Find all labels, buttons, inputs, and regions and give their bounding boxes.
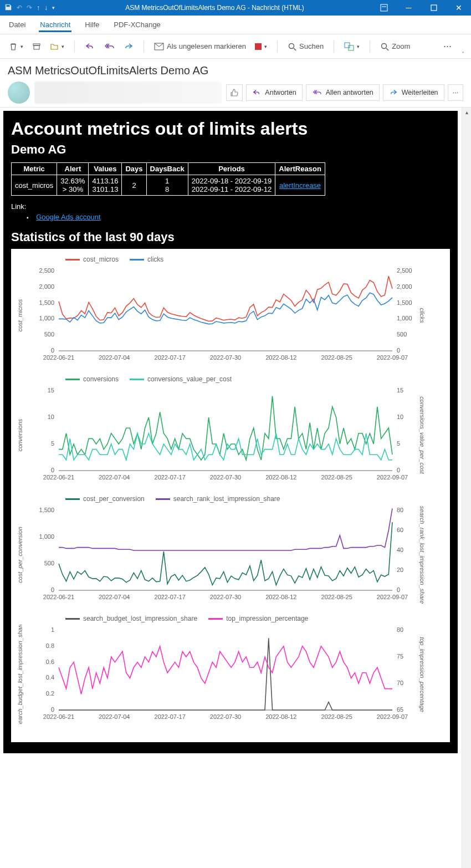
svg-text:2022-07-17: 2022-07-17 — [155, 713, 186, 720]
th-metric: Metric — [12, 163, 57, 175]
window-titlebar: ↶ ↷ ↑ ↓ ▾ ASM MetricsOutOfLimitsAlerts D… — [0, 0, 471, 16]
cell-reason: alertIncrease — [275, 175, 325, 196]
qat-more-icon[interactable]: ▾ — [52, 5, 54, 11]
maximize-button[interactable] — [421, 0, 446, 16]
svg-rect-0 — [381, 4, 387, 11]
reply-icon[interactable] — [83, 40, 97, 53]
svg-text:1,000: 1,000 — [39, 315, 54, 321]
svg-text:clicks: clicks — [419, 308, 426, 323]
svg-text:2,000: 2,000 — [39, 283, 54, 290]
svg-text:2022-07-30: 2022-07-30 — [210, 594, 241, 600]
undo-icon[interactable]: ↶ — [17, 4, 22, 12]
vertical-scrollbar[interactable]: ▴ ▾ — [462, 108, 471, 868]
translate-button[interactable]: ▾ — [342, 40, 362, 53]
flag-button[interactable]: ▾ — [253, 42, 269, 52]
svg-text:500: 500 — [397, 331, 407, 338]
list-item: Google Ads account — [27, 213, 450, 221]
svg-text:2022-07-17: 2022-07-17 — [155, 594, 186, 600]
th-daysback: DaysBack — [146, 163, 188, 175]
toolbar: ▾ ▾ Als ungelesen markieren ▾ — [0, 34, 471, 59]
minimize-button[interactable]: ─ — [396, 0, 421, 16]
svg-text:60: 60 — [397, 527, 403, 533]
svg-text:15: 15 — [48, 387, 54, 394]
svg-text:search_rank_lost_impression_sh: search_rank_lost_impression_share — [419, 506, 426, 604]
mark-unread-button[interactable]: Als ungelesen markieren — [152, 40, 248, 52]
svg-text:2022-06-21: 2022-06-21 — [43, 594, 74, 600]
tab-file[interactable]: Datei — [8, 17, 27, 32]
svg-text:500: 500 — [44, 331, 54, 338]
table-row: cost_micros 32.63% > 30% 4113.16 3101.13… — [12, 175, 325, 196]
table-header-row: Metric Alert Values Days DaysBack Period… — [12, 163, 325, 175]
svg-text:2022-07-04: 2022-07-04 — [99, 594, 130, 600]
forward-button[interactable]: Weiterleiten — [383, 84, 444, 101]
svg-text:2022-09-07: 2022-09-07 — [377, 354, 408, 361]
message-subject: ASM MetricsOutOfLimitsAlerts Demo AG — [8, 64, 463, 77]
svg-text:2022-07-17: 2022-07-17 — [155, 354, 186, 361]
chart-block: cost_microsclicks 05001,0001,5002,0002,5… — [16, 256, 446, 365]
svg-rect-1 — [431, 5, 437, 11]
tab-help[interactable]: Hilfe — [84, 17, 100, 32]
move-button[interactable]: ▾ — [48, 40, 66, 53]
delete-button[interactable]: ▾ — [7, 40, 25, 53]
svg-text:1,000: 1,000 — [397, 315, 412, 321]
svg-text:2022-08-25: 2022-08-25 — [321, 594, 352, 600]
th-values: Values — [89, 163, 122, 175]
message-header: ASM MetricsOutOfLimitsAlerts Demo AG Ant… — [0, 59, 471, 107]
svg-text:cost_micros: cost_micros — [17, 299, 23, 331]
svg-text:0.2: 0.2 — [46, 690, 54, 697]
cell-daysback: 1 8 — [146, 175, 188, 196]
svg-text:2022-08-25: 2022-08-25 — [321, 713, 352, 720]
chart: 05001,0001,5000204060802022-06-212022-07… — [16, 505, 426, 605]
svg-text:cost_per_conversion: cost_per_conversion — [17, 527, 23, 583]
svg-text:1,500: 1,500 — [39, 299, 54, 306]
google-ads-link[interactable]: Google Ads account — [36, 213, 100, 221]
svg-text:5: 5 — [51, 440, 54, 447]
svg-text:top_impression_percentage: top_impression_percentage — [419, 637, 426, 712]
th-alert: Alert — [57, 163, 89, 175]
scroll-up-icon[interactable]: ▴ — [462, 108, 471, 117]
svg-text:80: 80 — [397, 626, 403, 633]
svg-text:2022-09-07: 2022-09-07 — [377, 713, 408, 720]
alert-reason-link[interactable]: alertIncrease — [279, 181, 321, 190]
svg-text:0.8: 0.8 — [46, 642, 54, 649]
reply-all-button[interactable]: Allen antworten — [306, 84, 380, 101]
svg-text:1: 1 — [51, 626, 54, 633]
zoom-button[interactable]: Zoom — [378, 40, 412, 53]
reply-button[interactable]: Antworten — [246, 84, 302, 101]
stats-title: Statistics of the last 90 days — [11, 230, 450, 244]
svg-text:0: 0 — [397, 347, 400, 354]
th-alertreason: AlertReason — [275, 163, 325, 175]
svg-text:2022-09-07: 2022-09-07 — [377, 594, 408, 600]
svg-point-8 — [382, 43, 387, 48]
reply-all-icon[interactable] — [101, 40, 117, 53]
tab-pdfxchange[interactable]: PDF-XChange — [112, 17, 162, 32]
send-down-icon[interactable]: ↓ — [44, 4, 48, 12]
ribbon-options-icon[interactable] — [371, 0, 396, 16]
svg-text:2,000: 2,000 — [397, 283, 412, 290]
svg-text:0: 0 — [51, 467, 54, 473]
mark-unread-label: Als ungelesen markieren — [167, 42, 246, 50]
search-button[interactable]: Suchen — [285, 40, 326, 53]
svg-text:0: 0 — [51, 347, 54, 354]
like-button[interactable] — [226, 84, 243, 101]
svg-text:2022-06-21: 2022-06-21 — [43, 713, 74, 720]
save-icon[interactable] — [4, 3, 12, 13]
svg-text:2022-07-30: 2022-07-30 — [210, 354, 241, 361]
svg-text:15: 15 — [397, 387, 403, 394]
header-more-button[interactable]: ··· — [448, 84, 463, 101]
sender-avatar — [8, 81, 30, 104]
svg-text:2,500: 2,500 — [397, 267, 412, 274]
charts-container: cost_microsclicks 05001,0001,5002,0002,5… — [11, 249, 450, 742]
send-up-icon[interactable]: ↑ — [37, 4, 40, 12]
archive-button[interactable] — [30, 40, 43, 53]
email-content: Account metrics out of limits alerts Dem… — [3, 111, 458, 753]
close-button[interactable]: ✕ — [446, 0, 471, 16]
toolbar-more-icon[interactable]: ··· — [439, 40, 456, 52]
forward-icon[interactable] — [121, 40, 136, 53]
cell-days: 2 — [122, 175, 146, 196]
redo-icon[interactable]: ↷ — [27, 4, 32, 12]
tab-message[interactable]: Nachricht — [39, 17, 71, 32]
cell-periods: 2022-09-18 - 2022-09-19 2022-09-11 - 202… — [188, 175, 275, 196]
ribbon-collapse-icon[interactable]: ˅ — [462, 51, 464, 58]
svg-text:10: 10 — [48, 413, 54, 420]
